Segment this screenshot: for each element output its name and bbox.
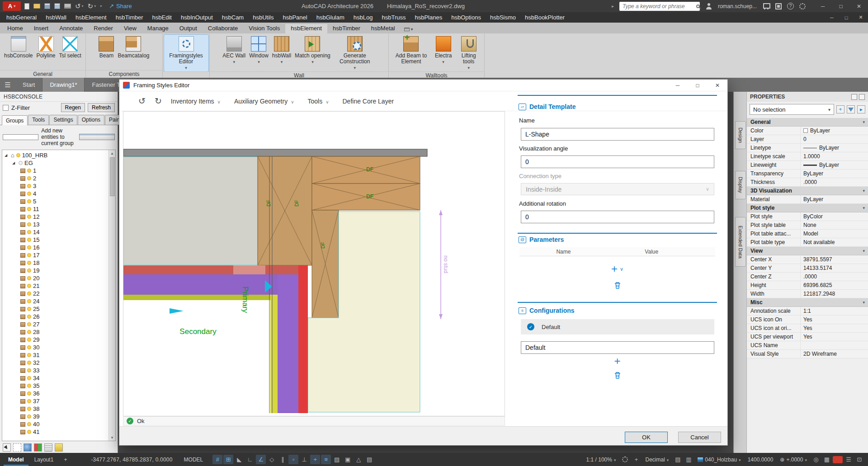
undo-icon[interactable]: ↺▾ — [75, 2, 84, 10]
tree-item[interactable]: 37 — [2, 397, 115, 405]
dialog-redo-icon[interactable]: ↻ — [155, 96, 162, 106]
property-row[interactable]: Plot table attac... Model ▾ — [747, 230, 868, 238]
tree-root[interactable]: ◢ ⌂ 100_HRB — [2, 151, 115, 159]
property-row[interactable]: Annotation scale 1:1 ▾ — [747, 307, 868, 315]
console-tab-groups[interactable]: Groups — [2, 115, 28, 125]
beamcatalog-button[interactable]: Beamcatalog — [116, 35, 151, 70]
ok-button[interactable]: OK — [625, 432, 668, 443]
visibility-bulb-icon[interactable] — [27, 315, 31, 319]
property-row[interactable]: Center Z .0000 ▾ — [747, 273, 868, 281]
section-collapse-icon[interactable]: ▾ — [859, 188, 868, 193]
graphics-performance-icon[interactable]: ▦ — [822, 455, 832, 464]
z-filter-checkbox[interactable] — [3, 105, 9, 111]
layer-dropdown[interactable]: 040_Holzbau — [695, 457, 743, 463]
transparency-icon[interactable]: ▨ — [332, 455, 342, 464]
object-snap-icon[interactable]: ▫ — [288, 455, 298, 464]
doc-minimize-button[interactable]: ─ — [825, 12, 839, 23]
search-icon[interactable] — [696, 5, 700, 8]
tree-item[interactable]: 20 — [2, 274, 115, 282]
beam-button[interactable]: Beam — [97, 35, 115, 70]
menu-item[interactable]: hsbOptions — [447, 14, 486, 21]
toggle-pickadd-icon[interactable]: + — [836, 105, 844, 113]
tree-item[interactable]: 36 — [2, 390, 115, 397]
menu-item[interactable]: hsbTruss — [377, 14, 410, 21]
expander-icon[interactable]: ◢ — [12, 161, 17, 165]
palette-tab-design[interactable]: Design — [735, 121, 746, 149]
property-row[interactable]: Visual Style 2D Wireframe ▾ — [747, 350, 868, 358]
property-row[interactable]: Height 69396.6825 ▾ — [747, 281, 868, 290]
property-row[interactable]: Width 121817.2948 ▾ — [747, 290, 868, 298]
palette-autohide-icon[interactable] — [851, 94, 857, 100]
property-row[interactable]: UCS icon On Yes ▾ — [747, 315, 868, 324]
menu-item[interactable]: hsbUtils — [248, 14, 278, 21]
annotation-autoscale-gear-icon[interactable] — [620, 455, 630, 464]
list-mode-icon[interactable] — [44, 443, 52, 452]
visibility-bulb-icon[interactable] — [27, 261, 31, 265]
units-dropdown[interactable]: Decimal — [642, 457, 671, 463]
menu-item[interactable]: hsbTimber — [111, 14, 148, 21]
visibility-bulb-icon[interactable] — [27, 422, 31, 426]
property-row[interactable]: Linetype scale 1.0000 ▾ — [747, 152, 868, 161]
tree-item[interactable]: 3 — [2, 182, 115, 190]
ribbon-tab-hsbtimber[interactable]: hsbTimber — [327, 23, 366, 33]
doc-tab-start[interactable]: Start — [15, 78, 42, 92]
visibility-bulb-icon[interactable] — [27, 430, 31, 434]
section-collapse-icon[interactable]: ▾ — [859, 206, 868, 210]
share-button[interactable]: ↗ Share — [109, 3, 132, 9]
tree-item[interactable]: 31 — [2, 351, 115, 359]
inventory-items-menu[interactable]: Inventory Items — [171, 98, 221, 105]
section-collapse-icon[interactable]: ▾ — [859, 249, 868, 253]
tree-item[interactable]: 11 — [2, 205, 115, 213]
object-snap-tracking-icon[interactable]: ∥ — [278, 455, 288, 464]
connection-type-select[interactable]: Inside-Inside — [521, 183, 714, 195]
visibility-bulb-icon[interactable] — [27, 338, 31, 342]
property-row[interactable]: Misc ▾ — [747, 298, 868, 307]
close-button[interactable]: ✕ — [850, 0, 868, 12]
doc-restore-button[interactable]: □ — [839, 12, 854, 23]
user-icon[interactable] — [705, 3, 712, 10]
ribbon-tab-insert[interactable]: Insert — [28, 23, 54, 33]
help-icon[interactable]: ? — [787, 3, 794, 9]
maximize-button[interactable]: □ — [832, 0, 850, 12]
isodraft-icon[interactable]: ◇ — [267, 455, 277, 464]
electra-button[interactable]: Electra — [434, 35, 453, 71]
visibility-bulb-icon[interactable] — [27, 199, 31, 203]
polyline-button[interactable]: Polyline — [35, 35, 57, 70]
tree-item[interactable]: 25 — [2, 305, 115, 313]
tree-item[interactable]: 28 — [2, 328, 115, 336]
ribbon-tab-render[interactable]: Render — [88, 23, 118, 33]
define-core-layer-button[interactable]: Define Core Layer — [342, 98, 394, 105]
ribbon-display-toggle[interactable]: ▾ — [404, 27, 413, 33]
refresh-button[interactable]: Refresh — [88, 103, 115, 112]
search-input[interactable] — [623, 3, 693, 9]
layout1-tab[interactable]: Layout1 — [30, 453, 58, 466]
palette-tab-extended-data[interactable]: Extended Data — [735, 217, 746, 267]
tree-item[interactable]: 2 — [2, 174, 115, 182]
edit-mode-icon[interactable] — [3, 443, 11, 452]
search-collapse-icon[interactable]: ▸ — [612, 4, 614, 9]
visibility-bulb-icon[interactable] — [27, 184, 31, 188]
visibility-bulb-icon[interactable] — [27, 268, 31, 273]
dynamic-input-icon[interactable]: + — [310, 455, 320, 464]
menu-item[interactable]: hsbBookPlotter — [520, 14, 569, 21]
clean-screen-icon[interactable]: ⊡ — [854, 455, 864, 464]
property-row[interactable]: UCS icon at ori... Yes ▾ — [747, 324, 868, 333]
tree-item[interactable]: 34 — [2, 374, 115, 382]
visibility-bulb-icon[interactable] — [27, 322, 31, 326]
doc-tab-drawing1[interactable]: Drawing1* — [42, 78, 85, 92]
app-store-cart-icon[interactable] — [762, 3, 770, 9]
panel-label[interactable]: General — [0, 70, 85, 78]
dialog-undo-icon[interactable]: ↺ — [138, 96, 146, 106]
isolate-objects-icon[interactable]: ◎ — [811, 455, 821, 464]
tree-item[interactable]: 12 — [2, 213, 115, 221]
visibility-bulb-icon[interactable] — [27, 353, 31, 357]
tree-item[interactable]: 24 — [2, 297, 115, 305]
tree-item[interactable]: 35 — [2, 382, 115, 390]
visibility-bulb-icon[interactable] — [19, 161, 23, 165]
polar-tracking-icon[interactable]: ∠ — [256, 455, 266, 464]
visibility-bulb-icon[interactable] — [27, 345, 31, 349]
model-viewport-icon[interactable]: ▤ — [673, 455, 683, 464]
menu-item[interactable]: hsbSismo — [486, 14, 520, 21]
ribbon-tab-vision-tools[interactable]: Vision Tools — [243, 23, 285, 33]
visibility-bulb-icon[interactable] — [27, 192, 31, 196]
